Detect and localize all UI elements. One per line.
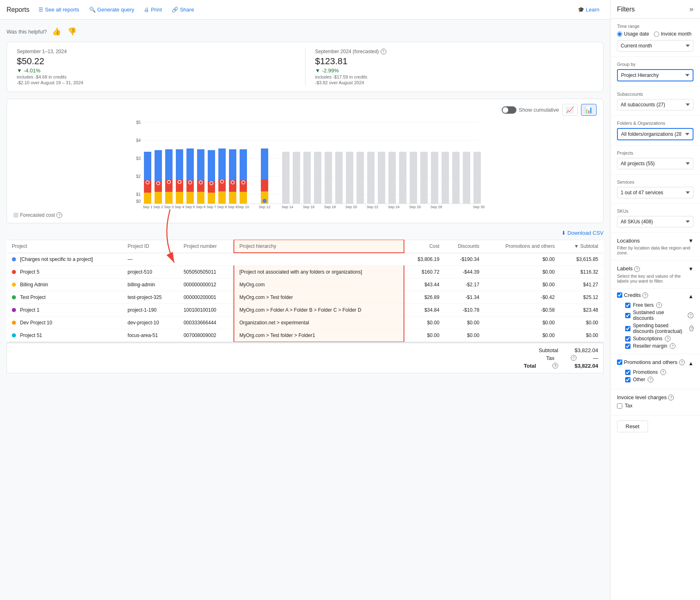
svg-text:Sep 10: Sep 10 <box>238 205 249 209</box>
credits-toggle[interactable]: Credits ? ▲ <box>617 292 693 301</box>
free-tiers-item: Free tiers ? <box>625 302 693 308</box>
filter-invoice-charges: Invoice level charges ? Tax <box>610 389 700 416</box>
filter-time-range: Time range Usage date Invoice month Curr… <box>610 19 700 57</box>
cell-promo: $0.00 <box>484 278 559 291</box>
filter-labels: Labels ? ▼ Select the key and values of … <box>610 261 700 289</box>
bar-chart-button[interactable]: 📊 <box>581 104 597 116</box>
subtotal-row: Subtotal $3,822.04 <box>12 346 598 354</box>
chart-container: Show cumulative 📈 📊 $5 $4 $3 $2 $1 $0 <box>7 99 604 223</box>
labels-help-icon[interactable]: ? <box>634 266 640 272</box>
cell-hierarchy <box>234 253 404 265</box>
table-row: [Charges not specific to a project] — $3… <box>7 253 604 265</box>
other-help-icon[interactable]: ? <box>648 377 653 382</box>
stat-amount-1: $50.22 <box>17 56 295 67</box>
col-hierarchy: Project hierarchy <box>234 240 404 253</box>
invoice-month-radio[interactable] <box>654 31 659 37</box>
svg-text:Sep 22: Sep 22 <box>367 205 379 209</box>
credits-checkbox[interactable] <box>617 292 622 298</box>
svg-text:$3: $3 <box>136 156 141 161</box>
project-color-dot <box>12 257 16 261</box>
svg-text:Sep 3: Sep 3 <box>164 205 174 209</box>
tax-invoice-item: Tax <box>617 403 693 409</box>
stat-sub-1b: -$2.10 over August 19 – 31, 2024 <box>17 80 295 85</box>
svg-text:$1: $1 <box>136 192 141 197</box>
promotions-sub-item: Promotions ? <box>625 369 693 375</box>
projects-select[interactable]: All projects (55) <box>617 158 693 169</box>
spending-based-checkbox[interactable] <box>625 326 630 331</box>
labels-toggle[interactable]: Labels ? ▼ <box>617 265 693 272</box>
stat-change-2: ▼ -2.99% <box>315 67 594 74</box>
download-csv-button[interactable]: ⬇ Download CSV <box>561 230 604 236</box>
svg-rect-71 <box>431 152 438 204</box>
svg-text:Sep 7: Sep 7 <box>206 205 216 209</box>
chart-legend: Forecasted cost ? <box>13 212 597 218</box>
reset-button[interactable]: Reset <box>617 420 648 432</box>
spending-based-help-icon[interactable]: ? <box>689 326 693 331</box>
subaccounts-select[interactable]: All subaccounts (27) <box>617 99 693 110</box>
cell-subtotal: $23.48 <box>560 303 604 316</box>
credits-sub-items: Free tiers ? Sustained use discounts ? S… <box>625 302 693 349</box>
col-subtotal[interactable]: ▼ Subtotal <box>560 240 604 253</box>
data-table: Project Project ID Project number Projec… <box>7 239 604 342</box>
promotions-help-icon[interactable]: ? <box>679 360 685 365</box>
promotions-sub-items: Promotions ? Other ? <box>625 369 693 382</box>
services-select[interactable]: 1 out of 47 services <box>617 187 693 198</box>
cell-project: Billing Admin <box>7 278 123 291</box>
usage-date-radio-label[interactable]: Usage date <box>617 31 649 37</box>
stat-sub-2a: includes -$17.59 in credits <box>315 74 594 79</box>
subscriptions-checkbox[interactable] <box>625 336 630 342</box>
other-checkbox[interactable] <box>625 377 630 382</box>
sustained-use-checkbox[interactable] <box>625 313 630 318</box>
tax-help-icon[interactable]: ? <box>571 355 577 361</box>
col-discounts: Discounts <box>444 240 485 253</box>
free-tiers-help-icon[interactable]: ? <box>656 302 662 308</box>
svg-rect-57 <box>282 152 289 204</box>
learn-button[interactable]: 🎓 Learn <box>574 4 604 15</box>
sustained-use-help-icon[interactable]: ? <box>688 312 693 318</box>
total-row: Total ? $3,822.04 <box>12 362 598 370</box>
forecast-help-icon[interactable]: ? <box>381 49 386 54</box>
see-all-reports-button[interactable]: ☰ See all reports <box>34 4 83 15</box>
share-button[interactable]: 🔗 Share <box>168 4 198 15</box>
toggle-icon[interactable] <box>502 106 516 114</box>
promotions-sub-checkbox[interactable] <box>625 370 630 375</box>
invoice-charges-help-icon[interactable]: ? <box>668 395 674 400</box>
group-by-select[interactable]: Project Hierarchy <box>617 69 693 81</box>
cell-project-number: 000333666444 <box>179 316 234 329</box>
collapse-filters-button[interactable]: » <box>689 5 693 13</box>
free-tiers-checkbox[interactable] <box>625 303 630 308</box>
locations-toggle[interactable]: Locations ▼ <box>617 238 693 244</box>
tax-invoice-checkbox[interactable] <box>617 403 622 409</box>
forecast-legend-help-icon[interactable]: ? <box>56 212 62 218</box>
svg-text:Sep 28: Sep 28 <box>431 205 442 209</box>
promotions-sub-help-icon[interactable]: ? <box>660 369 666 375</box>
reseller-margin-help-icon[interactable]: ? <box>670 343 675 349</box>
subscriptions-help-icon[interactable]: ? <box>665 336 671 342</box>
cell-project-id: dev-project-10 <box>123 316 179 329</box>
svg-rect-47 <box>229 192 236 204</box>
promotions-checkbox[interactable] <box>617 360 622 365</box>
svg-text:Sep 12: Sep 12 <box>259 205 271 209</box>
project-color-dot <box>12 333 16 337</box>
cell-discounts: $0.00 <box>444 329 485 342</box>
skus-select[interactable]: All SKUs (408) <box>617 216 693 227</box>
current-month-select[interactable]: Current month <box>617 40 693 52</box>
folders-orgs-select[interactable]: All folders/organizations (28) <box>617 128 693 140</box>
chevron-down-icon-labels: ▼ <box>688 266 693 272</box>
usage-date-radio[interactable] <box>617 31 622 37</box>
thumbs-up-button[interactable]: 👍 <box>50 26 63 37</box>
line-chart-button[interactable]: 📈 <box>562 104 578 116</box>
thumbs-down-button[interactable]: 👎 <box>66 26 78 37</box>
generate-query-button[interactable]: 🔍 Generate query <box>85 4 138 15</box>
total-help-icon[interactable]: ? <box>552 363 558 369</box>
credits-help-icon[interactable]: ? <box>642 292 648 298</box>
svg-rect-68 <box>399 152 406 204</box>
invoice-month-radio-label[interactable]: Invoice month <box>654 31 691 37</box>
promotions-toggle[interactable]: Promotions and others ? ▲ <box>617 359 693 368</box>
reseller-margin-checkbox[interactable] <box>625 344 630 349</box>
chevron-up-icon: ▲ <box>688 293 693 299</box>
svg-text:Sep 2: Sep 2 <box>153 205 163 209</box>
col-cost[interactable]: Cost <box>404 240 444 253</box>
print-button[interactable]: 🖨 Print <box>140 4 166 15</box>
stat-block-actual: September 1–13, 2024 $50.22 ▼ -4.01% inc… <box>17 49 295 85</box>
